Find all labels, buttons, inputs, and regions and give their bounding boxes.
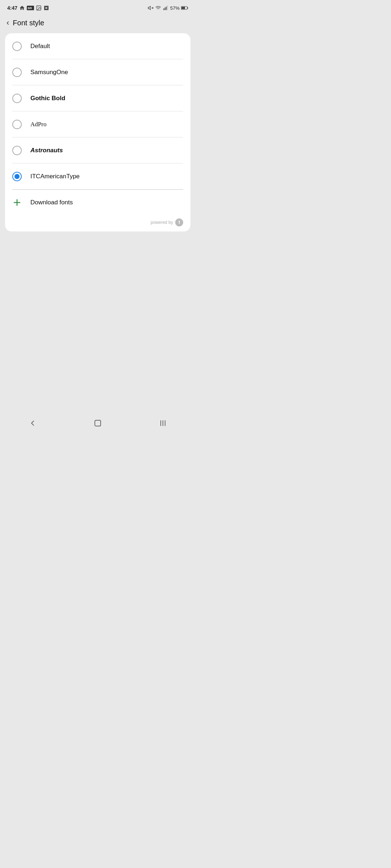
svg-rect-10 (163, 8, 164, 10)
font-option-astronauts[interactable]: Astronauts (5, 137, 190, 163)
plus-svg (13, 198, 21, 207)
radio-astronauts (12, 146, 22, 155)
back-button[interactable]: ‹ (7, 18, 9, 27)
svg-rect-16 (181, 7, 185, 9)
page-title: Font style (13, 19, 44, 27)
font-label-samsungone: SamsungOne (30, 69, 68, 76)
svg-text:BR: BR (28, 7, 32, 10)
font-option-adpro[interactable]: AdPro (5, 111, 190, 137)
svg-rect-11 (165, 8, 165, 10)
image-notif-icon (36, 5, 42, 11)
nav-home-button[interactable] (87, 416, 109, 430)
powered-by-footer: powered by f (5, 216, 190, 231)
radio-samsungone (12, 68, 22, 77)
radio-gothicbold (12, 94, 22, 103)
battery-icon (181, 5, 188, 10)
font-option-samsungone[interactable]: SamsungOne (5, 59, 190, 85)
font-option-itcamericantype[interactable]: ITCAmericanType (5, 163, 190, 190)
font-label-itcamericantype: ITCAmericanType (30, 173, 80, 180)
x-notif-icon (43, 5, 49, 11)
download-fonts-row[interactable]: Download fonts (5, 190, 190, 216)
radio-adpro (12, 120, 22, 129)
svg-rect-12 (166, 7, 167, 10)
download-fonts-label: Download fonts (30, 199, 73, 206)
font-label-gothicbold: Gothic Bold (30, 95, 65, 102)
wifi-icon (155, 5, 161, 11)
mute-icon (148, 5, 154, 11)
status-bar: 4:47 BR 57% (0, 0, 196, 14)
svg-rect-13 (167, 5, 168, 10)
status-time: 4:47 (7, 5, 17, 11)
font-label-astronauts: Astronauts (30, 147, 63, 154)
nav-back-button[interactable] (22, 416, 43, 430)
nav-recents-icon (159, 419, 167, 427)
plus-icon (12, 198, 22, 207)
battery-percentage: 57% (170, 5, 180, 11)
signal-icon (163, 5, 169, 11)
nav-recents-button[interactable] (152, 416, 174, 430)
status-right: 57% (148, 5, 188, 11)
font-option-gothicbold[interactable]: Gothic Bold (5, 85, 190, 111)
br-notif-icon: BR (27, 5, 34, 10)
font-label-default: Default (30, 43, 50, 50)
font-label-adpro: AdPro (30, 121, 46, 128)
font-option-default[interactable]: Default (5, 33, 190, 59)
radio-default (12, 42, 22, 51)
powered-by-text: powered by (151, 220, 173, 225)
svg-point-3 (38, 7, 38, 8)
page-header: ‹ Font style (0, 14, 196, 33)
font-list-card: Default SamsungOne Gothic Bold AdPro Ast… (5, 33, 190, 231)
nav-back-icon (28, 419, 37, 427)
nav-home-icon (93, 419, 102, 427)
svg-rect-19 (95, 420, 101, 426)
ff-logo: f (175, 218, 183, 226)
home-notif-icon (19, 5, 25, 11)
svg-rect-15 (187, 7, 188, 9)
bottom-nav (0, 414, 196, 434)
radio-inner-itcamericantype (14, 174, 20, 179)
radio-itcamericantype (12, 172, 22, 181)
status-left: 4:47 BR (7, 5, 49, 11)
